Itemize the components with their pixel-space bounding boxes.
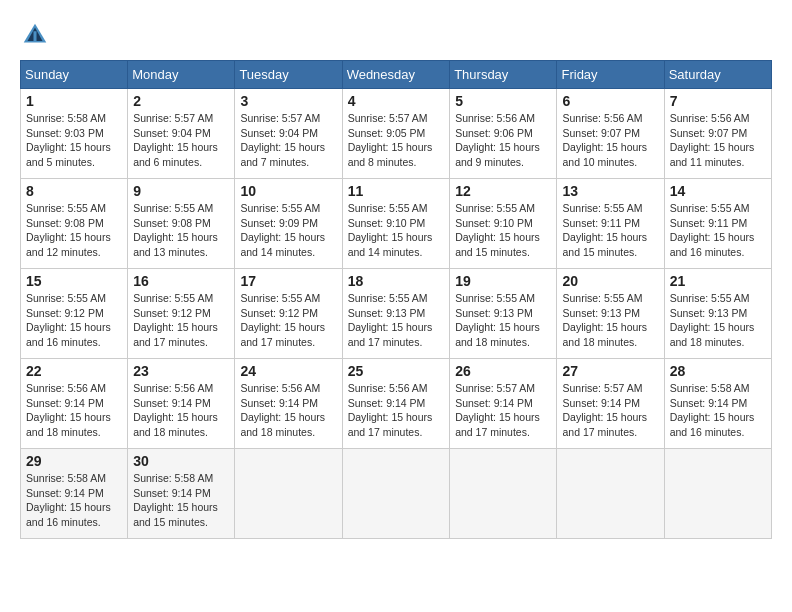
day-info: Sunrise: 5:55 AM Sunset: 9:08 PM Dayligh… (26, 201, 122, 260)
calendar-cell: 28Sunrise: 5:58 AM Sunset: 9:14 PM Dayli… (664, 359, 771, 449)
day-info: Sunrise: 5:56 AM Sunset: 9:14 PM Dayligh… (240, 381, 336, 440)
calendar-cell: 13Sunrise: 5:55 AM Sunset: 9:11 PM Dayli… (557, 179, 664, 269)
day-number: 25 (348, 363, 445, 379)
calendar-cell: 3Sunrise: 5:57 AM Sunset: 9:04 PM Daylig… (235, 89, 342, 179)
day-info: Sunrise: 5:55 AM Sunset: 9:13 PM Dayligh… (562, 291, 658, 350)
day-header-saturday: Saturday (664, 61, 771, 89)
calendar-cell: 30Sunrise: 5:58 AM Sunset: 9:14 PM Dayli… (128, 449, 235, 539)
calendar-cell: 24Sunrise: 5:56 AM Sunset: 9:14 PM Dayli… (235, 359, 342, 449)
calendar-cell (664, 449, 771, 539)
calendar-cell: 6Sunrise: 5:56 AM Sunset: 9:07 PM Daylig… (557, 89, 664, 179)
logo-icon (20, 20, 50, 50)
day-number: 1 (26, 93, 122, 109)
calendar-cell: 29Sunrise: 5:58 AM Sunset: 9:14 PM Dayli… (21, 449, 128, 539)
day-info: Sunrise: 5:58 AM Sunset: 9:14 PM Dayligh… (670, 381, 766, 440)
day-header-tuesday: Tuesday (235, 61, 342, 89)
day-info: Sunrise: 5:55 AM Sunset: 9:10 PM Dayligh… (455, 201, 551, 260)
day-number: 23 (133, 363, 229, 379)
calendar-cell: 17Sunrise: 5:55 AM Sunset: 9:12 PM Dayli… (235, 269, 342, 359)
calendar-cell: 2Sunrise: 5:57 AM Sunset: 9:04 PM Daylig… (128, 89, 235, 179)
day-header-wednesday: Wednesday (342, 61, 450, 89)
day-info: Sunrise: 5:56 AM Sunset: 9:06 PM Dayligh… (455, 111, 551, 170)
day-info: Sunrise: 5:55 AM Sunset: 9:12 PM Dayligh… (240, 291, 336, 350)
calendar-cell: 22Sunrise: 5:56 AM Sunset: 9:14 PM Dayli… (21, 359, 128, 449)
day-info: Sunrise: 5:55 AM Sunset: 9:10 PM Dayligh… (348, 201, 445, 260)
calendar: SundayMondayTuesdayWednesdayThursdayFrid… (20, 60, 772, 539)
day-number: 24 (240, 363, 336, 379)
day-info: Sunrise: 5:57 AM Sunset: 9:14 PM Dayligh… (455, 381, 551, 440)
calendar-week-5: 29Sunrise: 5:58 AM Sunset: 9:14 PM Dayli… (21, 449, 772, 539)
calendar-cell: 26Sunrise: 5:57 AM Sunset: 9:14 PM Dayli… (450, 359, 557, 449)
calendar-cell (342, 449, 450, 539)
day-header-monday: Monday (128, 61, 235, 89)
day-info: Sunrise: 5:57 AM Sunset: 9:04 PM Dayligh… (240, 111, 336, 170)
calendar-cell: 27Sunrise: 5:57 AM Sunset: 9:14 PM Dayli… (557, 359, 664, 449)
day-number: 3 (240, 93, 336, 109)
calendar-cell: 12Sunrise: 5:55 AM Sunset: 9:10 PM Dayli… (450, 179, 557, 269)
day-info: Sunrise: 5:55 AM Sunset: 9:12 PM Dayligh… (26, 291, 122, 350)
day-number: 18 (348, 273, 445, 289)
calendar-cell: 10Sunrise: 5:55 AM Sunset: 9:09 PM Dayli… (235, 179, 342, 269)
day-header-sunday: Sunday (21, 61, 128, 89)
calendar-cell: 19Sunrise: 5:55 AM Sunset: 9:13 PM Dayli… (450, 269, 557, 359)
day-number: 20 (562, 273, 658, 289)
calendar-cell: 4Sunrise: 5:57 AM Sunset: 9:05 PM Daylig… (342, 89, 450, 179)
day-info: Sunrise: 5:57 AM Sunset: 9:05 PM Dayligh… (348, 111, 445, 170)
day-number: 8 (26, 183, 122, 199)
day-number: 12 (455, 183, 551, 199)
day-info: Sunrise: 5:55 AM Sunset: 9:12 PM Dayligh… (133, 291, 229, 350)
day-number: 7 (670, 93, 766, 109)
day-info: Sunrise: 5:55 AM Sunset: 9:13 PM Dayligh… (670, 291, 766, 350)
calendar-cell: 7Sunrise: 5:56 AM Sunset: 9:07 PM Daylig… (664, 89, 771, 179)
calendar-cell (557, 449, 664, 539)
day-info: Sunrise: 5:58 AM Sunset: 9:03 PM Dayligh… (26, 111, 122, 170)
calendar-week-2: 8Sunrise: 5:55 AM Sunset: 9:08 PM Daylig… (21, 179, 772, 269)
day-number: 16 (133, 273, 229, 289)
calendar-header-row: SundayMondayTuesdayWednesdayThursdayFrid… (21, 61, 772, 89)
day-info: Sunrise: 5:58 AM Sunset: 9:14 PM Dayligh… (26, 471, 122, 530)
day-number: 21 (670, 273, 766, 289)
calendar-cell (235, 449, 342, 539)
calendar-week-3: 15Sunrise: 5:55 AM Sunset: 9:12 PM Dayli… (21, 269, 772, 359)
svg-rect-2 (34, 31, 37, 41)
calendar-week-1: 1Sunrise: 5:58 AM Sunset: 9:03 PM Daylig… (21, 89, 772, 179)
calendar-cell: 20Sunrise: 5:55 AM Sunset: 9:13 PM Dayli… (557, 269, 664, 359)
day-number: 26 (455, 363, 551, 379)
day-info: Sunrise: 5:55 AM Sunset: 9:13 PM Dayligh… (348, 291, 445, 350)
day-number: 13 (562, 183, 658, 199)
day-info: Sunrise: 5:57 AM Sunset: 9:04 PM Dayligh… (133, 111, 229, 170)
day-info: Sunrise: 5:56 AM Sunset: 9:14 PM Dayligh… (348, 381, 445, 440)
calendar-cell: 18Sunrise: 5:55 AM Sunset: 9:13 PM Dayli… (342, 269, 450, 359)
day-info: Sunrise: 5:56 AM Sunset: 9:14 PM Dayligh… (133, 381, 229, 440)
logo (20, 20, 54, 50)
day-info: Sunrise: 5:58 AM Sunset: 9:14 PM Dayligh… (133, 471, 229, 530)
day-number: 14 (670, 183, 766, 199)
calendar-cell: 23Sunrise: 5:56 AM Sunset: 9:14 PM Dayli… (128, 359, 235, 449)
calendar-cell: 1Sunrise: 5:58 AM Sunset: 9:03 PM Daylig… (21, 89, 128, 179)
day-number: 17 (240, 273, 336, 289)
day-number: 27 (562, 363, 658, 379)
day-number: 6 (562, 93, 658, 109)
calendar-cell: 15Sunrise: 5:55 AM Sunset: 9:12 PM Dayli… (21, 269, 128, 359)
day-info: Sunrise: 5:55 AM Sunset: 9:08 PM Dayligh… (133, 201, 229, 260)
day-info: Sunrise: 5:55 AM Sunset: 9:11 PM Dayligh… (562, 201, 658, 260)
day-number: 5 (455, 93, 551, 109)
page-header (20, 20, 772, 50)
day-number: 29 (26, 453, 122, 469)
day-header-friday: Friday (557, 61, 664, 89)
day-info: Sunrise: 5:56 AM Sunset: 9:07 PM Dayligh… (670, 111, 766, 170)
day-info: Sunrise: 5:55 AM Sunset: 9:11 PM Dayligh… (670, 201, 766, 260)
calendar-cell: 5Sunrise: 5:56 AM Sunset: 9:06 PM Daylig… (450, 89, 557, 179)
calendar-cell: 8Sunrise: 5:55 AM Sunset: 9:08 PM Daylig… (21, 179, 128, 269)
day-number: 10 (240, 183, 336, 199)
day-number: 11 (348, 183, 445, 199)
day-number: 30 (133, 453, 229, 469)
day-number: 4 (348, 93, 445, 109)
calendar-cell: 21Sunrise: 5:55 AM Sunset: 9:13 PM Dayli… (664, 269, 771, 359)
day-number: 9 (133, 183, 229, 199)
day-header-thursday: Thursday (450, 61, 557, 89)
calendar-cell: 16Sunrise: 5:55 AM Sunset: 9:12 PM Dayli… (128, 269, 235, 359)
calendar-cell: 14Sunrise: 5:55 AM Sunset: 9:11 PM Dayli… (664, 179, 771, 269)
day-info: Sunrise: 5:57 AM Sunset: 9:14 PM Dayligh… (562, 381, 658, 440)
calendar-cell: 25Sunrise: 5:56 AM Sunset: 9:14 PM Dayli… (342, 359, 450, 449)
